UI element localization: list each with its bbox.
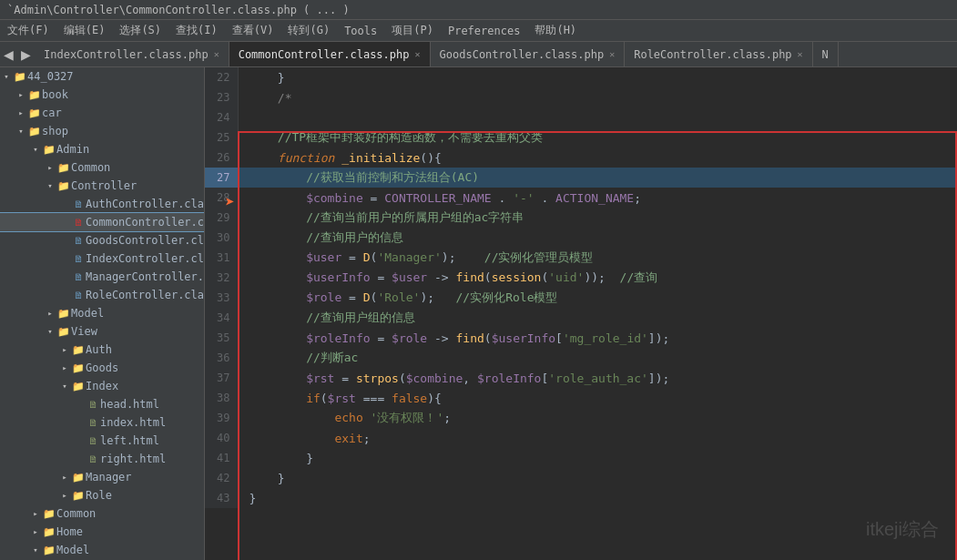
tree-admin[interactable]: ▾ 📁 Admin (0, 140, 204, 158)
code-line-28: 28 $combine = CONTROLLER_NAME . '-' . AC… (205, 188, 957, 208)
code-line-25: 25 //TP框架中封装好的构造函数，不需要去重构父类 (205, 127, 957, 148)
tree-left-html[interactable]: 🗎 left.html (0, 432, 204, 450)
main-layout: ▾ 📁 44_0327 ▸ 📁 book ▸ 📁 car ▾ 📁 shop ▾ … (0, 67, 957, 560)
tab-close-index[interactable]: ✕ (214, 49, 219, 59)
menu-find[interactable]: 查找(I) (168, 20, 225, 41)
menu-preferences[interactable]: Preferences (441, 20, 527, 41)
code-line-38: 38 if($rst === false){ (205, 388, 957, 408)
code-editor[interactable]: ➤ 22 } 23 /* 24 (205, 67, 957, 560)
tree-index-html[interactable]: 🗎 index.html (0, 413, 204, 432)
tree-right-html[interactable]: 🗎 right.html (0, 450, 204, 468)
tree-role-folder[interactable]: ▸ 📁 Role (0, 486, 204, 504)
tab-nav-left[interactable]: ◀ (0, 42, 17, 67)
code-line-35: 35 $roleInfo = $role -> find($userInfo['… (205, 328, 957, 348)
title-text: `Admin\Controller\CommonController.class… (7, 4, 350, 16)
menu-help[interactable]: 帮助(H) (527, 20, 584, 41)
tab-close-goods[interactable]: ✕ (609, 49, 615, 59)
tree-manager-folder[interactable]: ▸ 📁 Manager (0, 468, 204, 486)
code-line-31: 31 $user = D('Manager'); //实例化管理员模型 (205, 248, 957, 268)
tree-role-controller[interactable]: 🗎 RoleController.class.php (0, 286, 204, 304)
title-bar: `Admin\Controller\CommonController.class… (0, 0, 957, 20)
tree-view-folder[interactable]: ▾ 📁 View (0, 322, 204, 341)
tab-close-role[interactable]: ✕ (798, 49, 803, 59)
line-number: 22 (205, 67, 238, 87)
menu-tools[interactable]: Tools (337, 20, 384, 41)
code-line-27: 27 //获取当前控制和方法组合(AC) (205, 168, 957, 188)
tree-goods-controller[interactable]: 🗎 GoodsController.class.ph (0, 231, 204, 249)
tab-close-common[interactable]: ✕ (415, 49, 421, 59)
code-line-23: 23 /* (205, 87, 957, 107)
menu-view[interactable]: 查看(V) (225, 20, 281, 41)
menu-edit[interactable]: 编辑(E) (56, 20, 113, 41)
tab-common-controller[interactable]: CommonController.class.php ✕ (229, 42, 431, 67)
watermark: itkeji综合 (866, 517, 939, 542)
tree-root[interactable]: ▾ 📁 44_0327 (0, 67, 204, 86)
code-line-30: 30 //查询用户的信息 (205, 228, 957, 248)
code-line-41: 41 } (205, 448, 957, 468)
code-line-33: 33 $role = D('Role'); //实例化Role模型 (205, 288, 957, 308)
code-line-29: 29 //查询当前用户的所属用户组的ac字符串 (205, 208, 957, 228)
tree-auth-folder[interactable]: ▸ 📁 Auth (0, 341, 204, 359)
tree-model-folder[interactable]: ▸ 📁 Model (0, 304, 204, 322)
code-line-32: 32 $userInfo = $user -> find(session('ui… (205, 268, 957, 288)
tree-book[interactable]: ▸ 📁 book (0, 86, 204, 104)
menu-file[interactable]: 文件(F) (0, 20, 56, 41)
code-line-37: 37 $rst = strpos($combine, $roleInfo['ro… (205, 368, 957, 388)
code-line-36: 36 //判断ac (205, 348, 957, 368)
menu-project[interactable]: 项目(P) (384, 20, 441, 41)
tree-model-shop-folder[interactable]: ▾ 📁 Model (0, 541, 204, 559)
code-table: 22 } 23 /* 24 25 //TP框架中封装好的构造函数，不需要 (205, 67, 957, 508)
tree-head-html[interactable]: 🗎 head.html (0, 395, 204, 413)
tree-goods-folder[interactable]: ▸ 📁 Goods (0, 359, 204, 377)
code-line-24: 24 (205, 107, 957, 127)
tree-common-controller-file[interactable]: 🗎 CommonController.class.p (0, 213, 204, 231)
code-line-34: 34 //查询用户组的信息 (205, 308, 957, 328)
code-line-42: 42 } (205, 468, 957, 488)
tree-common-folder[interactable]: ▸ 📁 Common (0, 158, 204, 177)
tree-auth-controller[interactable]: 🗎 AuthController.class.php (0, 195, 204, 213)
tree-car[interactable]: ▸ 📁 car (0, 104, 204, 122)
code-content: ➤ 22 } 23 /* 24 (205, 67, 957, 560)
tab-n[interactable]: N (813, 42, 839, 67)
menu-select[interactable]: 选择(S) (112, 20, 168, 41)
line-arrow-indicator: ➤ (225, 192, 235, 211)
tree-manager-controller[interactable]: 🗎 ManagerController.class. (0, 268, 204, 286)
tab-role-controller[interactable]: RoleController.class.php ✕ (625, 42, 812, 67)
tree-home-folder[interactable]: ▸ 📁 Home (0, 523, 204, 541)
tree-shop[interactable]: ▾ 📁 shop (0, 122, 204, 140)
line-code: } (238, 67, 957, 87)
tab-index-controller[interactable]: IndexController.class.php ✕ (35, 42, 229, 67)
menu-goto[interactable]: 转到(G) (280, 20, 337, 41)
code-line-26: 26 function _initialize(){ (205, 148, 957, 168)
tree-index-folder[interactable]: ▾ 📁 Index (0, 377, 204, 395)
tree-common-shop[interactable]: ▸ 📁 Common (0, 504, 204, 523)
file-tree-sidebar: ▾ 📁 44_0327 ▸ 📁 book ▸ 📁 car ▾ 📁 shop ▾ … (0, 67, 205, 560)
tree-controller-folder[interactable]: ▾ 📁 Controller (0, 177, 204, 195)
tree-index-controller[interactable]: 🗎 IndexController.class.php (0, 249, 204, 268)
code-line-40: 40 exit; (205, 428, 957, 448)
tab-nav-right[interactable]: ▶ (17, 42, 35, 67)
code-line-39: 39 echo '没有权限！'; (205, 408, 957, 428)
tab-goods-controller[interactable]: GoodsController.class.php ✕ (431, 42, 626, 67)
menu-bar: 文件(F) 编辑(E) 选择(S) 查找(I) 查看(V) 转到(G) Tool… (0, 20, 957, 42)
code-line-22: 22 } (205, 67, 957, 87)
tabs-bar: ◀ ▶ IndexController.class.php ✕ CommonCo… (0, 42, 957, 67)
code-line-43: 43 } (205, 488, 957, 508)
